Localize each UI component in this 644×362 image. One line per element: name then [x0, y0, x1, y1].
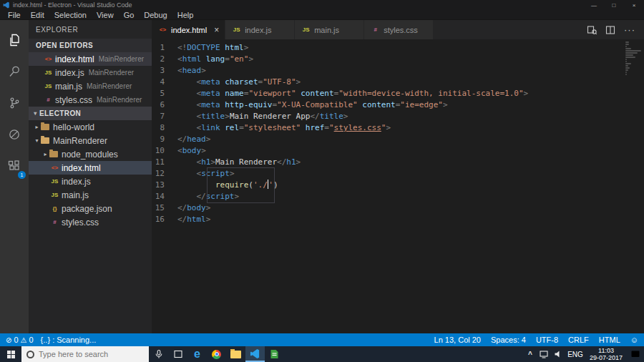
clock[interactable]: 11:03 29-07-2017 — [585, 347, 627, 361]
line-number[interactable]: 8 — [152, 122, 177, 134]
edge-icon[interactable]: e — [187, 346, 207, 362]
extensions-icon[interactable]: 1 — [0, 150, 29, 182]
line-number[interactable]: 2 — [152, 54, 177, 65]
open-editor-index.html[interactable]: <>index.htmlMainRenderer — [29, 52, 152, 66]
tree-item-index.html[interactable]: <>index.html — [29, 161, 152, 175]
tab-index.js[interactable]: JSindex.js — [225, 20, 295, 39]
tree-item-MainRenderer[interactable]: ▾MainRenderer — [29, 134, 152, 147]
code-line[interactable]: 12 <script> — [152, 168, 644, 180]
microphone-icon[interactable] — [149, 346, 168, 362]
chrome-icon[interactable] — [207, 346, 226, 362]
line-number[interactable]: 11 — [152, 157, 177, 168]
file-explorer-icon[interactable] — [226, 346, 245, 362]
code-token: html — [220, 42, 244, 54]
volume-icon[interactable] — [551, 349, 565, 359]
open-editor-index.js[interactable]: JSindex.jsMainRenderer — [29, 66, 152, 79]
tree-item-index.js[interactable]: JSindex.js — [29, 175, 152, 188]
file-name: MainRenderer — [53, 136, 107, 146]
close-button[interactable]: × — [624, 0, 644, 10]
more-actions-icon[interactable]: ··· — [624, 26, 635, 34]
feedback-smiley-icon[interactable]: ☺ — [630, 336, 638, 344]
line-number[interactable]: 12 — [152, 168, 177, 180]
line-number[interactable]: 4 — [152, 77, 177, 88]
code-line[interactable]: 6 <meta http-equiv="X-UA-Compatible" con… — [152, 99, 644, 111]
split-editor-icon[interactable] — [605, 25, 615, 35]
show-hidden-icons-button[interactable]: ^ — [524, 351, 537, 358]
keyboard-language[interactable]: ENG — [565, 351, 585, 358]
line-number[interactable]: 5 — [152, 88, 177, 99]
menu-selection[interactable]: Selection — [49, 10, 92, 20]
code-line[interactable]: 15</body> — [152, 202, 644, 214]
code-line[interactable]: 16</html> — [152, 214, 644, 225]
code-line[interactable]: 7 <title>Main Renderer App</title> — [152, 111, 644, 122]
restore-button[interactable]: □ — [604, 0, 624, 10]
code-line[interactable]: 8 <link rel="stylesheet" href="styles.cs… — [152, 122, 644, 134]
menu-edit[interactable]: Edit — [26, 10, 49, 20]
line-number[interactable]: 7 — [152, 111, 177, 122]
encoding-setting[interactable]: UTF-8 — [536, 336, 558, 344]
start-button[interactable] — [0, 346, 21, 362]
line-number[interactable]: 10 — [152, 145, 177, 157]
open-preview-icon[interactable] — [587, 25, 597, 35]
tab-main.js[interactable]: JSmain.js — [295, 20, 364, 39]
open-editor-main.js[interactable]: JSmain.jsMainRenderer — [29, 79, 152, 93]
js-file-icon: JS — [231, 26, 242, 33]
vscode-taskbar-icon[interactable] — [245, 346, 265, 362]
code-line[interactable]: 3<head> — [152, 65, 644, 77]
file-name: main.js — [62, 190, 89, 200]
menu-file[interactable]: File — [3, 10, 26, 20]
code-line[interactable]: 1<!DOCTYPE html> — [152, 42, 644, 54]
tree-item-hello-world[interactable]: ▸hello-world — [29, 120, 152, 134]
source-control-icon[interactable] — [0, 87, 29, 119]
line-number[interactable]: 3 — [152, 65, 177, 77]
search-input[interactable] — [39, 350, 139, 358]
tree-item-node_modules[interactable]: ▸node_modules — [29, 147, 152, 161]
code-line[interactable]: 4 <meta charset="UTF-8"> — [152, 77, 644, 88]
menu-help[interactable]: Help — [172, 10, 199, 20]
minimap[interactable] — [625, 41, 643, 76]
code-line[interactable]: 10<body> — [152, 145, 644, 157]
code-line[interactable]: 13 require('./') — [152, 180, 644, 191]
close-tab-icon[interactable]: × — [210, 25, 219, 35]
code-editor[interactable]: 1<!DOCTYPE html>2<html lang="en">3<head>… — [152, 39, 644, 333]
code-line[interactable]: 5 <meta name="viewport" content="width=d… — [152, 88, 644, 99]
line-number[interactable]: 14 — [152, 191, 177, 202]
task-view-icon[interactable] — [168, 346, 187, 362]
network-icon[interactable] — [537, 349, 551, 359]
green-app-icon[interactable] — [265, 346, 284, 362]
code-line[interactable]: 2<html lang="en"> — [152, 54, 644, 65]
time-label: 11:03 — [585, 347, 627, 354]
code-line[interactable]: 11 <h1>Main Renderer</h1> — [152, 157, 644, 168]
debug-icon[interactable] — [0, 119, 29, 150]
tree-item-styles.css[interactable]: #styles.css — [29, 215, 152, 229]
folder-section-header[interactable]: ▾ ELECTRON — [29, 107, 152, 120]
taskbar-search[interactable] — [21, 346, 149, 362]
action-center-icon[interactable] — [627, 349, 644, 359]
explorer-icon[interactable] — [0, 24, 29, 56]
menu-debug[interactable]: Debug — [139, 10, 172, 20]
open-editors-header[interactable]: OPEN EDITORS — [29, 39, 152, 52]
line-number[interactable]: 15 — [152, 202, 177, 214]
cursor-position[interactable]: Ln 13, Col 20 — [434, 336, 481, 344]
line-number[interactable]: 16 — [152, 214, 177, 225]
eol-setting[interactable]: CRLF — [568, 336, 589, 344]
tree-item-main.js[interactable]: JSmain.js — [29, 188, 152, 202]
line-number[interactable]: 9 — [152, 134, 177, 145]
tab-styles.css[interactable]: #styles.css — [364, 20, 434, 39]
minimize-button[interactable]: — — [584, 0, 604, 10]
menu-go[interactable]: Go — [119, 10, 140, 20]
line-number[interactable]: 1 — [152, 42, 177, 54]
tab-index.html[interactable]: <>index.html× — [152, 20, 225, 39]
tree-item-package.json[interactable]: {}package.json — [29, 202, 152, 215]
code-token: > — [524, 88, 529, 99]
search-icon[interactable] — [0, 56, 29, 87]
line-number[interactable]: 13 — [152, 180, 177, 191]
language-mode[interactable]: HTML — [599, 336, 620, 344]
open-editor-styles.css[interactable]: #styles.cssMainRenderer — [29, 93, 152, 107]
indentation-setting[interactable]: Spaces: 4 — [491, 336, 526, 344]
code-line[interactable]: 9</head> — [152, 134, 644, 145]
code-line[interactable]: 14 </script> — [152, 191, 644, 202]
line-number[interactable]: 6 — [152, 99, 177, 111]
menu-view[interactable]: View — [92, 10, 119, 20]
problems-indicator[interactable]: ⊘ 0 ⚠ 0 — [6, 336, 34, 344]
